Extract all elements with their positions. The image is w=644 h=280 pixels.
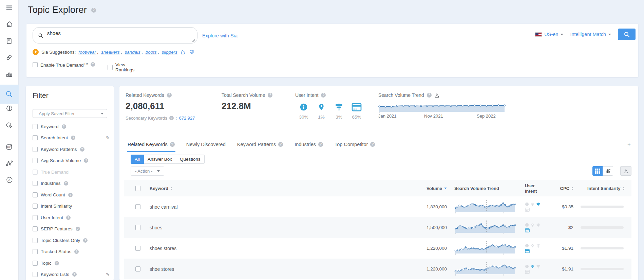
segment-answer-box[interactable]: Answer Box [144,155,176,164]
row-checkbox[interactable] [135,196,140,217]
help-icon[interactable] [74,249,79,254]
help-icon[interactable] [370,142,375,147]
enable-true-demand-checkbox[interactable] [33,62,38,67]
keyword-cell[interactable]: shoe carnival [150,196,178,217]
checkbox[interactable] [33,204,38,209]
help-icon[interactable] [83,238,88,243]
help-icon[interactable] [321,93,326,98]
suggestion-link[interactable]: sneakers [101,50,120,55]
column-volume[interactable]: Volume [406,180,447,197]
help-icon[interactable] [72,272,77,277]
transactional-intent-icon [525,228,530,232]
apply-saved-filter-dropdown[interactable]: - Apply Saved Filter - [33,109,107,118]
resize-handle[interactable] [192,39,195,42]
link-icon[interactable] [4,53,14,62]
segment-questions[interactable]: Questions [176,155,205,164]
locale-dropdown[interactable]: US-en [535,32,563,37]
help-icon[interactable] [71,136,75,140]
column-intent-similarity[interactable]: Intent Similarity [587,180,625,197]
page-title-help-icon[interactable] [91,8,96,13]
download-icon[interactable] [434,93,439,98]
thumbs-up-icon[interactable] [180,49,186,55]
search-submit-button[interactable] [618,29,636,40]
checkbox[interactable] [33,158,38,163]
edit-pencil-icon[interactable] [106,135,110,140]
segment-all[interactable]: All [131,155,144,164]
checkbox[interactable] [33,238,38,243]
download-icon [623,169,628,174]
help-icon[interactable] [66,215,71,220]
checkbox[interactable] [33,261,38,266]
edit-pencil-icon[interactable] [106,272,110,277]
row-checkbox[interactable] [135,217,140,238]
thumbs-down-icon[interactable] [189,49,194,55]
auto-label-icon[interactable]: A [4,175,14,184]
view-rankings-checkbox[interactable] [108,65,113,70]
suggestion-link[interactable]: slippers [162,50,178,55]
explore-with-sia-link[interactable]: Explore with Sia [202,33,238,38]
help-icon[interactable] [84,158,88,163]
help-icon[interactable] [170,142,175,147]
keyword-cell[interactable]: shoes stores [150,238,176,259]
row-checkbox[interactable] [135,238,140,259]
help-icon[interactable] [169,116,174,120]
help-icon[interactable] [76,227,80,231]
home-icon[interactable] [4,20,14,29]
help-icon[interactable] [62,124,66,129]
row-checkbox[interactable] [135,259,140,279]
secondary-keywords-value[interactable]: 672,927 [179,116,195,121]
checkbox[interactable] [33,249,38,254]
keyword-search-input[interactable]: shoes [33,27,197,43]
checkbox[interactable] [33,226,38,231]
help-icon[interactable] [278,142,283,147]
true-demand-help-icon[interactable] [91,62,95,67]
column-cpc[interactable]: CPC [544,180,573,197]
chart-view-button[interactable] [603,166,613,176]
checkbox[interactable] [33,215,38,220]
checkbox[interactable] [33,192,38,197]
select-all-checkbox[interactable] [135,180,140,197]
help-icon[interactable] [427,93,432,98]
cursor-click-icon[interactable] [4,121,14,130]
brain-icon[interactable] [4,104,14,113]
report-icon[interactable] [4,37,14,46]
tab-keyword-patterns[interactable]: Keyword Patterns [236,142,284,152]
table-row[interactable]: shoes 1,500,000 $2 [124,217,631,238]
table-row[interactable]: shoes stores 1,220,000 $1.91 [124,238,631,259]
suggestion-link[interactable]: sandals [125,50,140,55]
column-keyword[interactable]: Keyword [150,180,172,197]
checkbox[interactable] [33,147,38,152]
keyword-cell[interactable]: shoes [150,217,162,238]
360-view-icon[interactable]: 360° [4,143,14,152]
help-icon[interactable] [167,93,172,98]
bar-chart-icon[interactable] [4,70,14,79]
checkbox[interactable] [33,181,38,186]
table-row[interactable]: shoe carnival 1,830,000 $0.35 [124,196,631,217]
add-tab-plus-icon[interactable] [627,141,631,152]
checkbox[interactable] [33,124,38,129]
checkbox[interactable] [33,135,38,140]
tab-newly-discovered[interactable]: Newly Discovered [186,142,226,152]
hamburger-menu-icon[interactable] [4,3,14,12]
help-icon[interactable] [80,147,84,152]
network-graph-icon[interactable] [4,159,14,168]
help-icon[interactable] [268,93,272,98]
download-table-button[interactable] [620,166,631,176]
help-icon[interactable] [68,193,73,197]
help-icon[interactable] [318,142,323,147]
match-mode-dropdown[interactable]: Intelligent Match [570,32,611,37]
grid-view-button[interactable] [592,166,603,176]
filter-item-word-count: Word Count [33,191,110,198]
keyword-cell[interactable]: shoe stores [150,259,174,279]
suggestion-link[interactable]: footwear [78,50,96,55]
tab-related-keywords[interactable]: Related Keywords [127,142,175,152]
help-icon[interactable] [64,181,68,186]
suggestion-link[interactable]: boots [146,50,157,55]
search-nav-icon[interactable] [4,90,14,99]
checkbox[interactable] [33,272,38,277]
action-dropdown[interactable]: - Action - [131,167,164,176]
tab-top-competitor[interactable]: Top Competitor [334,142,376,152]
tab-industries[interactable]: Industries [294,142,324,152]
help-icon[interactable] [55,261,59,265]
table-row[interactable]: shoe stores 1,220,000 $1.91 [124,259,631,279]
